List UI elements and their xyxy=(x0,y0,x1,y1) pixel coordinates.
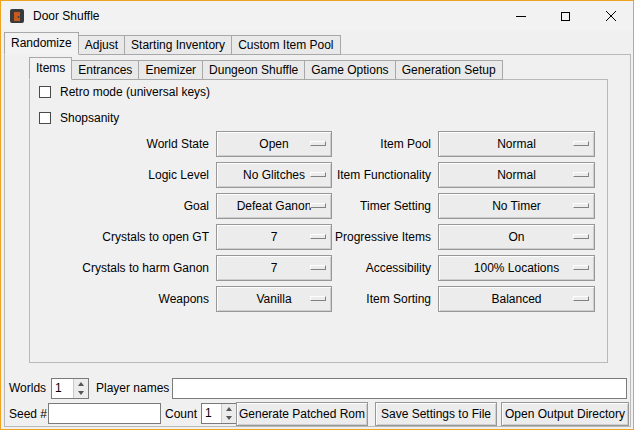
generate-patched-rom-button[interactable]: Generate Patched Rom xyxy=(236,402,368,426)
dropdown-indicator-icon xyxy=(573,203,589,208)
tab-items[interactable]: Items xyxy=(29,57,72,80)
dropdown-indicator-icon xyxy=(573,234,589,239)
dropdown-indicator-icon xyxy=(573,296,589,301)
timer-setting-label: Timer Setting xyxy=(291,193,431,219)
item-pool-dropdown[interactable]: Normal xyxy=(438,131,595,157)
close-button[interactable] xyxy=(588,1,633,31)
crystals-harm-ganon-label: Crystals to harm Ganon xyxy=(31,255,209,281)
dropdown-indicator-icon xyxy=(573,141,589,146)
retro-mode-checkbox[interactable]: Retro mode (universal keys) xyxy=(39,85,210,99)
minimize-button[interactable] xyxy=(498,1,543,31)
checkbox-icon xyxy=(39,112,51,124)
item-functionality-label: Item Functionality xyxy=(291,162,431,188)
accessibility-dropdown[interactable]: 100% Locations xyxy=(438,255,595,281)
logic-level-label: Logic Level xyxy=(31,162,209,188)
worlds-label: Worlds xyxy=(9,378,46,398)
player-names-label: Player names xyxy=(96,378,169,398)
seed-label: Seed # xyxy=(9,404,47,424)
goal-label: Goal xyxy=(31,193,209,219)
tab-entrances[interactable]: Entrances xyxy=(71,60,139,80)
timer-setting-dropdown[interactable]: No Timer xyxy=(438,193,595,219)
tab-randomize[interactable]: Randomize xyxy=(4,32,79,55)
count-label: Count xyxy=(165,404,197,424)
dropdown-indicator-icon xyxy=(573,265,589,270)
main-tab-bar: Randomize Adjust Starting Inventory Cust… xyxy=(4,32,340,55)
app-icon xyxy=(9,8,25,24)
shopsanity-checkbox[interactable]: Shopsanity xyxy=(39,111,119,125)
window-title: Door Shuffle xyxy=(33,9,100,23)
item-functionality-dropdown[interactable]: Normal xyxy=(438,162,595,188)
progressive-items-dropdown[interactable]: On xyxy=(438,224,595,250)
door-shuffle-window: Door Shuffle Randomize Adjust Starting I… xyxy=(0,0,634,430)
close-icon xyxy=(606,11,616,21)
tab-game-options[interactable]: Game Options xyxy=(304,60,395,80)
tab-generation-setup[interactable]: Generation Setup xyxy=(395,60,503,80)
maximize-icon xyxy=(561,12,570,21)
item-sorting-dropdown[interactable]: Balanced xyxy=(438,286,595,312)
accessibility-label: Accessibility xyxy=(291,255,431,281)
progressive-items-label: Progressive Items xyxy=(291,224,431,250)
tab-dungeon-shuffle[interactable]: Dungeon Shuffle xyxy=(202,60,305,80)
inner-tab-bar: Items Entrances Enemizer Dungeon Shuffle… xyxy=(29,57,502,80)
world-state-label: World State xyxy=(31,131,209,157)
count-spinbox[interactable]: 1 xyxy=(201,403,237,424)
tab-adjust[interactable]: Adjust xyxy=(78,35,125,55)
tab-custom-item-pool[interactable]: Custom Item Pool xyxy=(231,35,340,55)
weapons-label: Weapons xyxy=(31,286,209,312)
item-pool-label: Item Pool xyxy=(291,131,431,157)
spin-up-arrow[interactable] xyxy=(222,404,236,414)
minimize-icon xyxy=(516,16,526,17)
dropdown-indicator-icon xyxy=(573,172,589,177)
player-names-input[interactable] xyxy=(172,378,627,399)
tab-starting-inventory[interactable]: Starting Inventory xyxy=(124,35,232,55)
spin-up-arrow[interactable] xyxy=(74,379,88,389)
maximize-button[interactable] xyxy=(543,1,588,31)
spin-down-arrow[interactable] xyxy=(74,389,88,399)
save-settings-button[interactable]: Save Settings to File xyxy=(375,402,497,426)
seed-input[interactable] xyxy=(48,403,161,424)
checkbox-icon xyxy=(39,86,51,98)
item-sorting-label: Item Sorting xyxy=(291,286,431,312)
spin-down-arrow[interactable] xyxy=(222,414,236,424)
crystals-open-gt-label: Crystals to open GT xyxy=(31,224,209,250)
tab-enemizer[interactable]: Enemizer xyxy=(138,60,203,80)
worlds-spinbox[interactable]: 1 xyxy=(51,378,89,399)
open-output-directory-button[interactable]: Open Output Directory xyxy=(501,402,629,426)
